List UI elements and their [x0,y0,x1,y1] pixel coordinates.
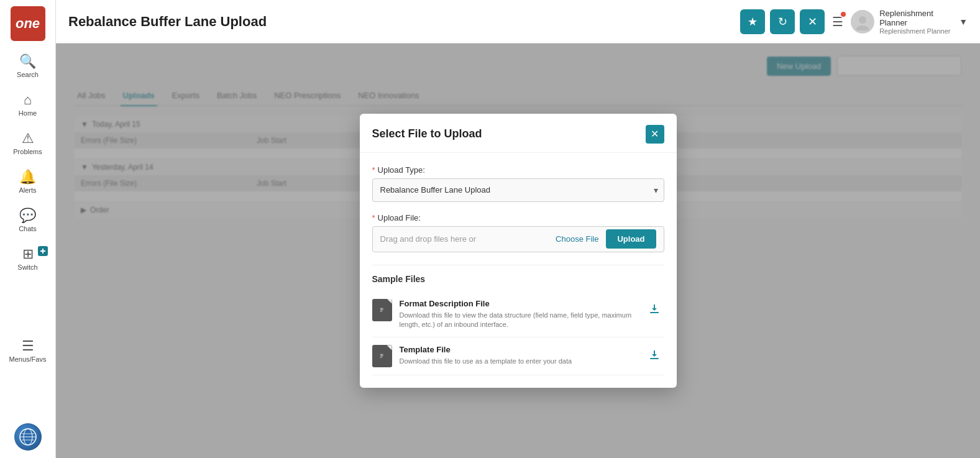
upload-file-label: * Upload File: [372,213,664,222]
modal-header: Select File to Upload ✕ [360,114,677,153]
refresh-icon: ↻ [778,15,787,29]
choose-file-link[interactable]: Choose File [556,234,598,244]
menu-icon: ☰ [22,339,34,353]
topbar-actions: ★ ↻ ✕ ☰ Replenishment Plan [740,9,968,35]
svg-point-8 [856,25,869,30]
modal-close-button[interactable]: ✕ [646,125,664,144]
svg-rect-13 [650,312,659,313]
file-description: Download this file to use as a template … [400,357,637,366]
file-name: Template File [400,345,637,354]
drag-drop-text: Drag and drop files here or [380,234,556,244]
avatar [851,10,874,34]
sidebar-item-switch[interactable]: ⊞ Switch [0,240,55,278]
svg-rect-1 [42,249,44,254]
upload-type-label: * Upload Type: [372,165,664,175]
sidebar: one 🔍 Search ⌂ Home ⚠ Problems 🔔 Alerts … [0,0,56,458]
sidebar-item-label: Menus/Favs [9,355,47,363]
search-icon: 🔍 [19,55,36,68]
svg-rect-12 [380,311,382,311]
svg-rect-10 [380,308,383,308]
modal-body: * Upload Type: Rebalance Buffer Lane Upl… [360,153,677,388]
close-icon: ✕ [651,128,659,140]
main-area: Rebalance Buffer Lane Upload ★ ↻ ✕ ☰ [56,0,980,458]
content-area: New Upload All Jobs Uploads Exports Batc… [56,44,980,458]
warning-icon: ⚠ [22,132,34,145]
file-description: Download this file to view the data stru… [400,311,637,330]
favorite-button[interactable]: ★ [740,9,765,34]
switch-icon: ⊞ [22,247,34,261]
sample-files-section: Sample Files Format Description File Dow… [372,265,664,376]
download-icon [647,301,662,316]
sidebar-item-label: Alerts [19,186,36,194]
sidebar-item-label: Switch [17,263,37,271]
app-logo[interactable]: one [11,6,45,41]
sidebar-item-label: Problems [13,148,42,155]
file-doc-icon [372,299,392,321]
upload-button[interactable]: Upload [606,229,656,249]
svg-point-7 [859,16,866,24]
sidebar-bottom [14,423,42,458]
globe-icon[interactable] [14,423,42,451]
sidebar-item-menus[interactable]: ☰ Menus/Favs [0,332,55,370]
file-info-template: Template File Download this file to use … [400,345,637,366]
download-template-button[interactable] [644,345,664,367]
topbar: Rebalance Buffer Lane Upload ★ ↻ ✕ ☰ [56,0,980,44]
star-icon: ★ [748,15,758,29]
notification-badge [840,11,847,18]
sidebar-item-label: Home [19,109,37,117]
sidebar-item-label: Chats [19,225,37,232]
upload-type-select[interactable]: Rebalance Buffer Lane Upload [372,178,664,202]
upload-type-wrapper: Rebalance Buffer Lane Upload ▾ [372,178,664,202]
file-info-format: Format Description File Download this fi… [400,299,637,330]
sidebar-item-home[interactable]: ⌂ Home [0,86,55,124]
sidebar-item-chats[interactable]: 💬 Chats [0,201,55,240]
switch-badge [38,246,48,256]
download-icon [647,347,662,362]
close-button[interactable]: ✕ [800,9,825,34]
user-profile[interactable]: Replenishment Planner Replenishment Plan… [851,9,968,35]
label-text: Upload Type: [378,165,425,175]
sample-file-item-template: Template File Download this file to use … [372,337,664,375]
upload-modal: Select File to Upload ✕ * Upload Type: R… [360,114,677,388]
user-role: Replenishment Planner [879,27,954,35]
download-format-button[interactable] [644,299,664,321]
refresh-button[interactable]: ↻ [770,9,795,34]
svg-rect-15 [380,354,383,355]
page-title: Rebalance Buffer Lane Upload [68,14,733,30]
file-doc-icon [372,345,392,367]
modal-overlay: Select File to Upload ✕ * Upload Type: R… [56,44,980,458]
sample-files-title: Sample Files [372,274,664,284]
sidebar-item-search[interactable]: 🔍 Search [0,47,55,86]
bell-icon: 🔔 [19,170,36,184]
modal-title: Select File to Upload [372,127,482,140]
sidebar-item-alerts[interactable]: 🔔 Alerts [0,163,55,201]
svg-rect-18 [650,358,659,359]
menu-button[interactable]: ☰ [830,12,846,32]
sidebar-item-problems[interactable]: ⚠ Problems [0,124,55,163]
label-text: Upload File: [378,213,421,222]
required-star: * [372,213,375,222]
file-name: Format Description File [400,299,637,308]
sidebar-item-label: Search [17,71,39,78]
user-info: Replenishment Planner Replenishment Plan… [879,9,954,35]
chat-icon: 💬 [19,209,36,222]
svg-rect-17 [380,357,382,358]
close-icon: ✕ [808,15,817,29]
logo-text: one [16,16,40,32]
chevron-down-icon: ▼ [959,17,968,27]
svg-rect-11 [380,309,383,310]
sample-file-item-format: Format Description File Download this fi… [372,291,664,338]
upload-dropzone[interactable]: Drag and drop files here or Choose File … [372,226,664,252]
user-name: Replenishment Planner [879,9,954,27]
svg-rect-16 [380,356,383,357]
home-icon: ⌂ [24,93,32,107]
required-star: * [372,165,375,175]
